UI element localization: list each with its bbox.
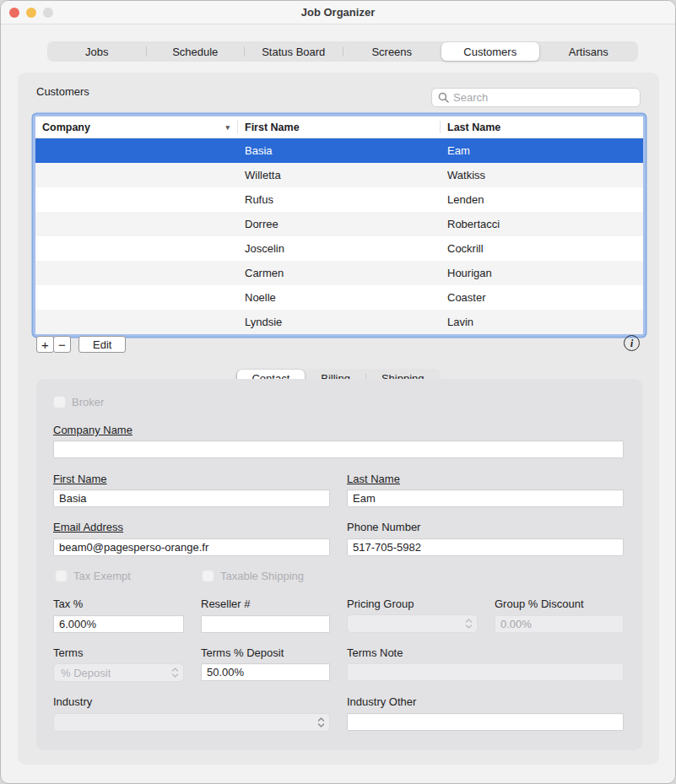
contact-form: Broker Company Name First Name Last Name… [36, 379, 642, 750]
terms-value: % Deposit [61, 667, 111, 679]
broker-checkbox [53, 396, 66, 408]
cell-last_name: Lenden [441, 193, 643, 206]
industry-select[interactable] [53, 713, 330, 732]
panel-title: Customers [36, 85, 89, 98]
table-row[interactable]: NoelleCoaster [35, 285, 643, 310]
cell-first_name: Joscelin [238, 242, 441, 255]
remove-customer-button[interactable]: − [53, 336, 71, 353]
terms-select: % Deposit [53, 663, 184, 682]
company-name-label: Company Name [53, 424, 132, 436]
cell-first_name: Rufus [238, 193, 441, 206]
add-customer-button[interactable]: + [36, 336, 54, 353]
tab-screens[interactable]: Screens [343, 42, 441, 61]
tax-percent-label: Tax % [53, 597, 83, 610]
info-icon[interactable]: i [624, 335, 640, 351]
table-actions: + − Edit [36, 336, 126, 353]
terms-label: Terms [53, 646, 83, 659]
table-row[interactable]: DorreeRobertacci [35, 212, 643, 236]
sort-descending-icon: ▾ [225, 123, 230, 132]
table-body: BasiaEamWillettaWatkissRufusLendenDorree… [35, 138, 643, 334]
app-window: Job Organizer Jobs Schedule Status Board… [0, 0, 676, 784]
email-label: Email Address [53, 521, 123, 533]
table-row[interactable]: RufusLenden [35, 187, 643, 212]
table-row[interactable]: LyndsieLavin [35, 310, 643, 334]
tab-jobs[interactable]: Jobs [48, 42, 146, 61]
cell-last_name: Eam [441, 144, 643, 157]
column-header-first-name[interactable]: First Name [238, 116, 441, 138]
pricing-group-select [347, 614, 478, 633]
cell-last_name: Coaster [441, 291, 643, 304]
cell-first_name: Dorree [238, 218, 441, 230]
phone-field[interactable] [347, 538, 624, 556]
terms-note-field [347, 663, 624, 681]
column-label: Last Name [447, 122, 500, 133]
cell-first_name: Willetta [238, 169, 441, 181]
terms-note-label: Terms Note [347, 646, 403, 659]
tax-percent-field[interactable] [53, 615, 184, 633]
cell-first_name: Noelle [238, 291, 441, 304]
table-row[interactable]: JoscelinCockrill [35, 236, 643, 261]
broker-checkbox-row: Broker [53, 396, 104, 408]
tax-exempt-checkbox [55, 570, 68, 582]
traffic-lights [9, 8, 53, 18]
cell-last_name: Hourigan [441, 267, 643, 279]
cell-first_name: Basia [238, 144, 441, 157]
last-name-field[interactable] [347, 489, 624, 507]
cell-last_name: Lavin [441, 316, 643, 328]
zoom-window-icon [43, 8, 53, 18]
broker-label: Broker [72, 396, 104, 408]
group-discount-field [495, 615, 624, 633]
tab-schedule[interactable]: Schedule [147, 42, 245, 61]
column-header-company[interactable]: Company ▾ [35, 116, 238, 138]
taxable-shipping-checkbox [202, 570, 214, 582]
close-window-icon[interactable] [9, 8, 19, 18]
reseller-label: Reseller # [201, 597, 251, 610]
customers-table: Company ▾ First Name Last Name BasiaEamW… [35, 116, 643, 334]
tab-customers[interactable]: Customers [441, 42, 539, 61]
title-bar: Job Organizer [1, 1, 675, 24]
cell-first_name: Carmen [238, 267, 441, 279]
tax-exempt-checkbox-row: Tax Exempt [55, 570, 131, 582]
industry-other-label: Industry Other [347, 695, 416, 708]
window-title: Job Organizer [301, 6, 375, 19]
column-label: First Name [245, 122, 300, 133]
phone-label: Phone Number [347, 521, 420, 533]
first-name-label: First Name [53, 473, 107, 485]
reseller-field[interactable] [201, 615, 330, 633]
column-header-last-name[interactable]: Last Name [441, 116, 643, 138]
taxable-shipping-checkbox-row: Taxable Shipping [202, 570, 304, 582]
tab-artisans[interactable]: Artisans [540, 42, 638, 61]
search-input[interactable] [453, 91, 634, 104]
cell-last_name: Watkiss [441, 169, 643, 181]
company-name-field[interactable] [53, 441, 624, 458]
search-icon [438, 92, 449, 103]
edit-customer-button[interactable]: Edit [78, 336, 126, 353]
tab-status-board[interactable]: Status Board [245, 42, 343, 61]
stepper-chevrons-icon [317, 716, 325, 728]
cell-last_name: Cockrill [441, 242, 643, 255]
main-tab-bar: Jobs Schedule Status Board Screens Custo… [47, 41, 638, 62]
cell-last_name: Robertacci [441, 218, 643, 230]
industry-label: Industry [53, 695, 92, 708]
stepper-chevrons-icon [171, 667, 179, 679]
minimize-window-icon[interactable] [26, 8, 36, 18]
cell-first_name: Lyndsie [238, 316, 441, 328]
tax-exempt-label: Tax Exempt [73, 570, 131, 582]
pricing-group-label: Pricing Group [347, 597, 414, 610]
table-header: Company ▾ First Name Last Name [35, 116, 643, 138]
search-field[interactable] [431, 88, 641, 107]
taxable-shipping-label: Taxable Shipping [220, 570, 304, 582]
terms-deposit-label: Terms % Deposit [201, 646, 284, 659]
terms-deposit-field[interactable] [201, 663, 330, 681]
table-row[interactable]: WillettaWatkiss [35, 163, 643, 187]
group-discount-label: Group % Discount [495, 597, 584, 610]
first-name-field[interactable] [53, 489, 330, 507]
email-field[interactable] [53, 538, 330, 556]
industry-other-field[interactable] [347, 713, 624, 731]
stepper-chevrons-icon [465, 618, 473, 630]
table-row[interactable]: CarmenHourigan [35, 261, 643, 285]
last-name-label: Last Name [347, 473, 400, 485]
column-label: Company [42, 122, 90, 133]
table-row[interactable]: BasiaEam [35, 138, 643, 163]
